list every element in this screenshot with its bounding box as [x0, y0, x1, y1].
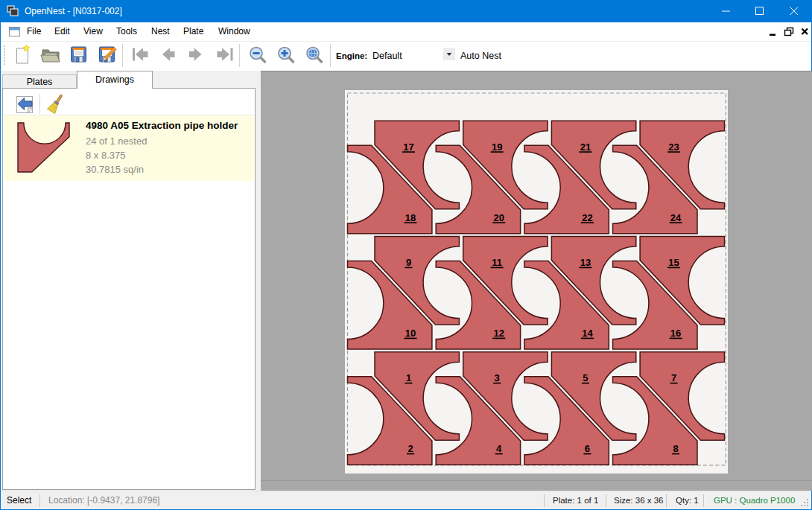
svg-text:13: 13: [580, 257, 591, 268]
svg-text:19: 19: [492, 141, 502, 153]
svg-text:12: 12: [493, 328, 504, 339]
svg-text:16: 16: [670, 328, 681, 339]
svg-text:21: 21: [580, 141, 591, 153]
svg-text:22: 22: [582, 212, 592, 223]
svg-text:10: 10: [405, 328, 416, 339]
svg-text:4: 4: [496, 443, 502, 454]
svg-text:2: 2: [407, 443, 413, 454]
svg-text:9: 9: [406, 257, 411, 268]
svg-text:11: 11: [492, 257, 502, 268]
svg-text:24: 24: [670, 212, 682, 223]
svg-text:17: 17: [403, 141, 413, 153]
svg-text:15: 15: [668, 257, 679, 268]
svg-text:6: 6: [585, 443, 590, 454]
svg-text:14: 14: [582, 328, 593, 339]
svg-text:5: 5: [583, 372, 588, 383]
svg-text:7: 7: [671, 372, 676, 383]
svg-text:20: 20: [493, 212, 504, 223]
svg-text:18: 18: [405, 212, 416, 223]
svg-text:8: 8: [673, 443, 678, 454]
svg-text:1: 1: [406, 372, 411, 383]
svg-text:3: 3: [495, 372, 500, 383]
svg-text:23: 23: [668, 141, 679, 153]
